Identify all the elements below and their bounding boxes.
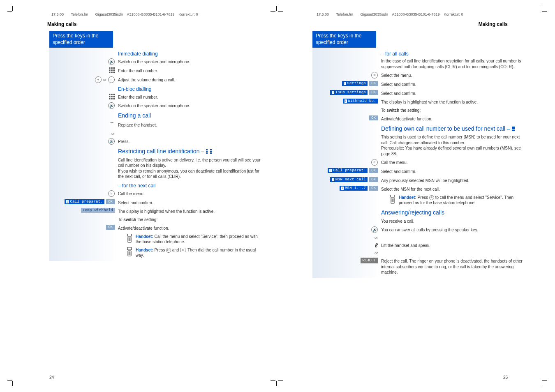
or-text: or [103,78,106,82]
step-text: Enter the call number. [118,94,263,100]
restrict-body: Call line identification is active on de… [118,157,263,180]
menu-chip: Withhold No. [343,99,378,104]
ok-key: OK [369,168,378,173]
minus-icon: − [108,76,115,83]
instruction-box: Press the keys in the specified order [312,31,376,48]
page-number-left: 24 [49,375,54,380]
menu-icon: ≡ [108,190,115,197]
heading-ending-call: Ending a call [118,112,263,119]
step-text: Adjust the volume during a call. [118,76,263,83]
step-text: Select the menu. [381,72,526,78]
step-text: Call the menu. [381,159,526,166]
ok-key: OK [369,186,378,191]
svg-rect-7 [111,72,113,74]
svg-rect-12 [109,96,111,97]
handset-note: Handset: Call the menu and select "Servi… [136,234,263,245]
step-text: Switch on the speaker and microphone. [118,102,263,109]
switch-text: To switch the setting: [381,108,526,113]
or-text: or [111,131,115,136]
svg-rect-39 [391,195,395,197]
handset-note: Handset: Press ≡ to call the menu and se… [399,195,526,206]
svg-rect-38 [512,130,515,131]
svg-rect-24 [127,234,132,236]
handset-note: Handset: Press ⊙ and 0. Then dial the ca… [136,247,263,258]
heading-enbloc-dialling: En-bloc dialling [118,86,263,92]
svg-rect-11 [113,94,115,95]
heading-restricting: Restricting call line identification – [118,148,263,155]
step-text: The display is highlighted when the func… [381,99,526,105]
step-text: Activate/deactivate function. [118,225,263,231]
keypad-icon [109,94,115,99]
svg-rect-37 [512,128,515,129]
own-body: This setting is used to define the call … [381,134,526,157]
speaker-icon: 🔊 [371,226,378,233]
ok-key: OK [369,177,378,182]
speaker-icon: 🔊 [108,58,115,65]
handset-device-icon [127,234,132,245]
step-text: Select the MSN for the next call. [381,186,526,192]
menu-chip: Settings [342,81,368,86]
reject-key: REJECT [361,258,378,263]
all-body: In the case of call line identification … [381,58,526,69]
step-text: Press. [118,138,263,145]
section-title-left: Making calls [47,21,76,27]
step-text: Call the menu. [118,190,263,197]
page-number-right: 25 [503,375,508,380]
svg-rect-4 [111,69,113,71]
step-text: Any previously selected MSN will be high… [381,177,526,184]
step-text: Switch on the speaker and microphone. [118,58,263,65]
menu-chip: MSN next call [330,177,368,182]
instruction-box: Press the keys in the specified order [49,31,113,48]
menu-chip: Call preparat. [65,199,104,204]
handset-device-icon [127,247,132,258]
ans-body: You receive a call. [381,219,526,224]
svg-rect-21 [210,149,212,150]
heading-for-all-calls: – for all calls [381,51,526,57]
page-right: Press the keys in the specified order – … [312,31,526,278]
menu-chip: Temp.withhold [81,208,115,213]
heading-next-call: – for the next call [118,183,263,189]
menu-chip: MSN 1...7 [340,186,368,191]
svg-rect-8 [113,72,115,74]
page-left: Press the keys in the specified order Im… [49,31,263,261]
step-text: The display is highlighted when the func… [118,208,263,214]
svg-rect-6 [109,72,111,74]
keypad-icon [109,67,115,73]
step-text: Enter the call number. [118,67,263,74]
speaker-icon: 🔊 [108,102,115,109]
ok-key: OK [369,90,378,95]
svg-rect-16 [111,98,113,99]
step-text: Reject the call. The ringer on your phon… [381,258,526,275]
step-text: Select and confirm. [381,90,526,97]
header-line-right: 17.5.00 Telefon.fm Gigaset3035isdn A3100… [317,12,463,16]
speaker-icon: 🔊 [108,138,115,145]
svg-rect-14 [113,96,115,97]
or-text: or [375,235,378,240]
header-line-left: 17.5.00 Telefon.fm Gigaset3035isdn A3100… [51,12,198,16]
step-text: Select and confirm. [118,199,263,206]
plus-icon: + [95,76,102,83]
svg-rect-36 [512,127,515,128]
step-text: Select and confirm. [381,81,526,88]
menu-chip: ISDN settings [330,90,368,95]
ok-key: OK [106,225,115,230]
svg-rect-20 [206,152,208,154]
or-text: or [375,251,378,255]
switch-text: To switch the setting: [118,217,263,223]
ok-key: OK [106,199,115,204]
svg-rect-22 [210,151,212,152]
step-text: Select and confirm. [381,168,526,175]
handset-down-icon: ⌒ [109,122,115,129]
svg-rect-1 [111,67,113,69]
svg-rect-5 [113,69,115,71]
svg-rect-19 [206,151,208,152]
handset-device-icon [390,195,395,206]
heading-own-number: Defining own call number to be used for … [381,125,526,132]
svg-rect-17 [113,98,115,99]
svg-rect-30 [127,247,132,250]
svg-rect-13 [111,96,113,97]
svg-rect-15 [109,98,111,99]
svg-rect-10 [111,94,113,95]
menu-chip: Call preparat. [328,168,368,173]
svg-rect-9 [109,94,111,95]
